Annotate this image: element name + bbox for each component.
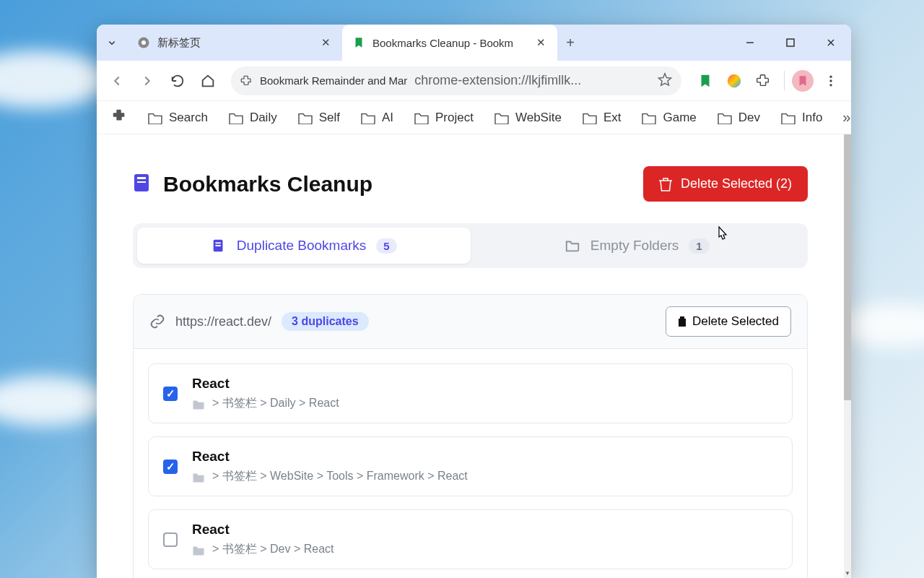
bookmark-folder[interactable]: Search bbox=[147, 111, 208, 125]
svg-rect-14 bbox=[679, 319, 686, 327]
delete-selected-main-button[interactable]: Delete Selected (2) bbox=[643, 166, 808, 202]
extension-icon bbox=[240, 74, 253, 87]
svg-point-6 bbox=[829, 79, 832, 82]
document-icon bbox=[133, 173, 150, 196]
entry-path: > 书签栏 > Daily > React bbox=[192, 396, 339, 411]
bookmarks-overflow-icon[interactable]: » bbox=[842, 109, 850, 126]
tab-title: Bookmarks Cleanup - Bookm bbox=[372, 37, 527, 49]
scrollbar[interactable]: ▲ ▼ bbox=[844, 134, 851, 578]
home-button[interactable] bbox=[195, 68, 221, 94]
tab-title: 新标签页 bbox=[157, 36, 312, 50]
colorful-ext-icon[interactable] bbox=[725, 72, 744, 90]
document-stack-icon bbox=[211, 238, 227, 254]
entry-path: > 书签栏 > Dev > React bbox=[192, 542, 334, 557]
bookmark-folder[interactable]: AI bbox=[360, 111, 393, 125]
entry-title: React bbox=[192, 376, 339, 392]
trash-icon bbox=[678, 316, 687, 327]
bookmark-folder[interactable]: WebSite bbox=[494, 111, 562, 125]
svg-rect-12 bbox=[215, 242, 220, 243]
maximize-button[interactable] bbox=[770, 25, 811, 61]
minimize-button[interactable] bbox=[730, 25, 770, 61]
entry-path: > 书签栏 > WebSite > Tools > Framework > Re… bbox=[192, 469, 468, 484]
svg-rect-3 bbox=[787, 39, 794, 46]
browser-tab-2[interactable]: Bookmarks Cleanup - Bookm ✕ bbox=[342, 25, 557, 61]
bookmark-entry: React> 书签栏 > Dev > React bbox=[148, 509, 793, 569]
browser-tab-1[interactable]: 新标签页 ✕ bbox=[127, 25, 342, 61]
close-tab-icon[interactable]: ✕ bbox=[534, 36, 547, 49]
bookmark-folder[interactable]: Game bbox=[641, 111, 696, 125]
folder-icon bbox=[192, 471, 205, 483]
back-button[interactable] bbox=[104, 68, 130, 94]
folder-icon bbox=[565, 238, 580, 254]
extension-icons bbox=[692, 72, 777, 90]
close-tab-icon[interactable]: ✕ bbox=[319, 36, 332, 49]
address-bar[interactable]: Bookmark Remainder and Mar chrome-extens… bbox=[231, 66, 681, 95]
browser-menu-button[interactable] bbox=[818, 68, 844, 94]
svg-rect-10 bbox=[137, 181, 146, 183]
page-content: Bookmarks Cleanup Delete Selected (2) Du… bbox=[97, 134, 844, 578]
bookmark-entry: React> 书签栏 > WebSite > Tools > Framework… bbox=[148, 436, 793, 496]
group-url: https://react.dev/ bbox=[175, 314, 271, 329]
duplicate-group: https://react.dev/ 3 duplicates Delete S… bbox=[133, 294, 808, 578]
bookmarks-bar: SearchDailySelfAIProjectWebSiteExtGameDe… bbox=[97, 101, 851, 134]
svg-point-5 bbox=[829, 75, 832, 77]
tab-dropdown-button[interactable] bbox=[97, 25, 127, 61]
entry-title: React bbox=[192, 449, 468, 465]
extensions-puzzle-icon[interactable] bbox=[754, 72, 772, 90]
page-title: Bookmarks Cleanup bbox=[163, 172, 372, 197]
window-controls bbox=[730, 25, 851, 61]
profile-avatar[interactable] bbox=[792, 70, 814, 92]
forward-button[interactable] bbox=[134, 68, 160, 94]
svg-rect-15 bbox=[680, 316, 684, 319]
titlebar: 新标签页 ✕ Bookmarks Cleanup - Bookm ✕ + bbox=[97, 25, 851, 61]
bookmark-extension-icon bbox=[352, 36, 365, 49]
site-name-label: Bookmark Remainder and Mar bbox=[260, 74, 407, 87]
checkbox[interactable] bbox=[163, 532, 178, 547]
folder-icon bbox=[192, 544, 205, 556]
filter-tabs: Duplicate Bookmarks 5 Empty Folders 1 bbox=[133, 223, 808, 268]
empty-count-badge: 1 bbox=[689, 238, 709, 254]
delete-selected-group-button[interactable]: Delete Selected bbox=[666, 306, 791, 337]
browser-window: 新标签页 ✕ Bookmarks Cleanup - Bookm ✕ + bbox=[97, 25, 851, 578]
checkbox[interactable] bbox=[163, 387, 178, 401]
bookmark-folder[interactable]: Self bbox=[297, 111, 340, 125]
duplicate-count-badge: 5 bbox=[376, 238, 396, 254]
new-tab-button[interactable]: + bbox=[557, 25, 583, 61]
trash-icon bbox=[659, 177, 672, 191]
checkbox[interactable] bbox=[163, 460, 178, 474]
tab-empty-folders[interactable]: Empty Folders 1 bbox=[471, 228, 804, 264]
reload-button[interactable] bbox=[165, 68, 191, 94]
bookmark-folder[interactable]: Info bbox=[780, 111, 822, 125]
url-text: chrome-extension://lkjfimllk... bbox=[414, 73, 581, 88]
bookmark-folder[interactable]: Dev bbox=[717, 111, 760, 125]
svg-rect-9 bbox=[137, 177, 146, 179]
bookmark-folder[interactable]: Project bbox=[414, 111, 474, 125]
folder-icon bbox=[192, 398, 205, 410]
bookmark-star-icon[interactable] bbox=[657, 72, 673, 90]
svg-point-4 bbox=[728, 74, 741, 87]
tab-duplicate-bookmarks[interactable]: Duplicate Bookmarks 5 bbox=[137, 228, 471, 264]
bookmark-entry: React> 书签栏 > Daily > React bbox=[148, 363, 793, 423]
toolbar: Bookmark Remainder and Mar chrome-extens… bbox=[97, 61, 851, 101]
link-icon bbox=[149, 314, 165, 329]
duplicates-badge: 3 duplicates bbox=[282, 312, 368, 331]
bookmark-folder[interactable]: Daily bbox=[228, 111, 277, 125]
scroll-down-icon[interactable]: ▼ bbox=[844, 568, 851, 578]
svg-rect-13 bbox=[215, 245, 220, 246]
chrome-icon bbox=[137, 36, 150, 49]
svg-point-1 bbox=[141, 40, 146, 45]
bookmark-folder[interactable]: Ext bbox=[582, 111, 622, 125]
puzzle-icon[interactable] bbox=[111, 108, 127, 127]
svg-point-7 bbox=[829, 84, 832, 86]
scrollbar-thumb[interactable] bbox=[844, 134, 851, 400]
group-header: https://react.dev/ 3 duplicates Delete S… bbox=[134, 295, 807, 349]
entries-list: React> 书签栏 > Daily > ReactReact> 书签栏 > W… bbox=[134, 349, 807, 578]
close-window-button[interactable] bbox=[811, 25, 851, 61]
page-header: Bookmarks Cleanup Delete Selected (2) bbox=[133, 166, 808, 202]
bookmark-ext-icon[interactable] bbox=[696, 72, 715, 90]
entry-title: React bbox=[192, 522, 334, 538]
